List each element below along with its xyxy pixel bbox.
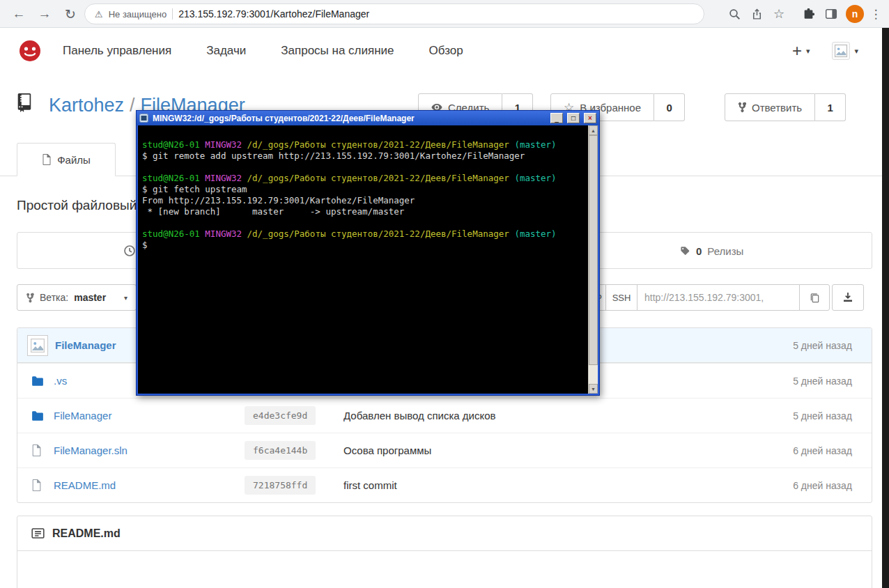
prompt-env: MINGW32 bbox=[205, 229, 242, 239]
url-text[interactable]: 213.155.192.79:3001/Kartohez/FileManager bbox=[178, 8, 369, 20]
commit-time: 5 дней назад bbox=[748, 410, 852, 421]
scrollbar-thumb[interactable] bbox=[589, 135, 598, 365]
terminal-blank-line bbox=[142, 217, 581, 229]
profile-initial: n bbox=[846, 5, 864, 23]
desktop-edge-strip bbox=[882, 28, 889, 588]
back-icon[interactable]: ← bbox=[7, 2, 31, 26]
terminal-minimize-button[interactable]: _ bbox=[550, 113, 563, 123]
terminal-window[interactable]: MINGW32:/d/_gogs/Работы студентов/2021-2… bbox=[136, 110, 600, 396]
nav-explore[interactable]: Обзор bbox=[429, 44, 463, 58]
file-link[interactable]: FileManager bbox=[54, 410, 233, 421]
browser-profile-avatar[interactable]: n bbox=[843, 0, 867, 28]
terminal-prompt-end: $ bbox=[142, 240, 581, 251]
file-icon bbox=[31, 479, 44, 491]
file-tab-icon bbox=[42, 154, 51, 165]
user-avatar[interactable] bbox=[832, 42, 850, 60]
clone-url-input[interactable] bbox=[637, 284, 800, 311]
terminal-body[interactable]: stud@N26-01 MINGW32 /d/_gogs/Работы студ… bbox=[137, 125, 599, 395]
prompt-user: stud@N26-01 bbox=[142, 229, 200, 239]
terminal-blank-line bbox=[142, 162, 581, 173]
commit-hash-cell: e4de3cfe9d bbox=[233, 406, 331, 425]
readme-list-icon bbox=[31, 527, 45, 540]
nav-pull-requests[interactable]: Запросы на слияние bbox=[281, 44, 394, 58]
repo-owner-link[interactable]: Kartohez bbox=[49, 95, 124, 116]
security-label[interactable]: Не защищено bbox=[109, 9, 167, 20]
commit-author-link[interactable]: FileManager bbox=[55, 339, 116, 351]
star-count[interactable]: 0 bbox=[654, 93, 685, 121]
prompt-branch: (master) bbox=[514, 173, 556, 183]
terminal-output: From http://213.155.192.79:3001/Kartohez… bbox=[142, 195, 581, 206]
terminal-prompt-line: stud@N26-01 MINGW32 /d/_gogs/Работы студ… bbox=[142, 229, 581, 240]
reload-icon[interactable]: ↻ bbox=[59, 2, 82, 26]
commit-hash[interactable]: e4de3cfe9d bbox=[245, 406, 316, 425]
terminal-maximize-button[interactable]: □ bbox=[567, 113, 580, 123]
tag-icon bbox=[679, 246, 690, 257]
extensions-puzzle-icon[interactable] bbox=[797, 0, 819, 28]
user-menu-caret-icon[interactable]: ▾ bbox=[854, 47, 858, 56]
download-button[interactable] bbox=[832, 284, 864, 311]
gogs-menu: Панель управления Задачи Запросы на слия… bbox=[63, 28, 463, 74]
releases-count: 0 bbox=[696, 245, 702, 257]
scroll-down-icon[interactable]: ▼ bbox=[589, 384, 598, 394]
terminal-command: $ git remote add upstream http://213.155… bbox=[142, 150, 581, 162]
commit-hash[interactable]: 7218758ffd bbox=[245, 476, 316, 495]
screen: ← → ↻ ⚠ Не защищено 213.155.192.79:3001/… bbox=[0, 0, 889, 588]
commit-message[interactable]: first commit bbox=[343, 479, 748, 491]
gogs-logo[interactable] bbox=[18, 39, 42, 63]
commit-hash-cell: f6ca4e144b bbox=[233, 441, 331, 460]
folder-icon bbox=[31, 376, 44, 387]
commit-time: 5 дней назад bbox=[748, 376, 852, 387]
commit-message[interactable]: Осова программы bbox=[343, 444, 748, 456]
bookmark-star-icon[interactable]: ☆ bbox=[768, 0, 790, 28]
download-icon bbox=[842, 292, 853, 303]
tab-files[interactable]: Файлы bbox=[17, 143, 116, 176]
nav-issues[interactable]: Задачи bbox=[206, 44, 246, 58]
commit-message[interactable]: Добавлен вывод списка дисков bbox=[343, 410, 748, 421]
prompt-path: /d/_gogs/Работы студентов/2021-22/Деев/F… bbox=[247, 173, 509, 183]
create-new-caret-icon[interactable]: ▾ bbox=[806, 47, 810, 56]
folder-icon bbox=[31, 410, 44, 421]
fork-button[interactable]: Ответвить bbox=[725, 93, 815, 121]
fork-button-group: Ответвить 1 bbox=[725, 93, 846, 121]
ssh-protocol-button[interactable]: SSH bbox=[605, 284, 637, 311]
terminal-scrollbar[interactable]: ▲ ▼ bbox=[588, 125, 598, 394]
browser-actions: ☆ n ⋮ bbox=[723, 0, 885, 28]
table-row: FileManager e4de3cfe9d Добавлен вывод сп… bbox=[17, 398, 872, 433]
fork-label: Ответвить bbox=[752, 102, 802, 114]
commit-hash[interactable]: f6ca4e144b bbox=[245, 441, 316, 460]
readme-header: README.md bbox=[17, 516, 872, 551]
readme-title: README.md bbox=[52, 527, 121, 540]
branch-label: Ветка: bbox=[40, 292, 68, 303]
side-panel-icon[interactable] bbox=[819, 0, 843, 28]
commits-stat[interactable] bbox=[123, 245, 136, 257]
terminal-titlebar[interactable]: MINGW32:/d/_gogs/Работы студентов/2021-2… bbox=[137, 111, 599, 125]
commit-time: 6 дней назад bbox=[748, 445, 852, 456]
releases-stat[interactable]: 0 Релизы bbox=[679, 233, 743, 270]
branch-name: master bbox=[74, 292, 106, 303]
file-icon bbox=[31, 444, 44, 456]
table-row: FileManager.sln f6ca4e144b Осова програм… bbox=[17, 433, 872, 467]
terminal-prompt-line: stud@N26-01 MINGW32 /d/_gogs/Работы студ… bbox=[142, 139, 581, 150]
file-link[interactable]: FileManager.sln bbox=[54, 444, 233, 456]
address-bar[interactable]: ⚠ Не защищено 213.155.192.79:3001/Kartoh… bbox=[84, 3, 704, 24]
history-icon bbox=[123, 245, 136, 257]
share-icon[interactable] bbox=[745, 0, 768, 28]
terminal-title-icon bbox=[139, 114, 148, 123]
fork-icon bbox=[738, 102, 746, 113]
nav-dashboard[interactable]: Панель управления bbox=[63, 44, 171, 58]
forward-icon[interactable]: → bbox=[33, 2, 56, 26]
fork-count[interactable]: 1 bbox=[815, 93, 846, 121]
terminal-close-button[interactable]: × bbox=[584, 113, 596, 123]
create-new-icon[interactable]: + bbox=[792, 41, 802, 61]
branch-icon bbox=[26, 293, 34, 303]
browser-menu-icon[interactable]: ⋮ bbox=[867, 0, 885, 28]
gogs-navbar-right: + ▾ ▾ bbox=[792, 28, 858, 74]
scroll-up-icon[interactable]: ▲ bbox=[589, 125, 598, 135]
zoom-icon[interactable] bbox=[723, 0, 745, 28]
terminal-title: MINGW32:/d/_gogs/Работы студентов/2021-2… bbox=[153, 114, 546, 123]
file-link[interactable]: README.md bbox=[54, 479, 233, 491]
prompt-env: MINGW32 bbox=[205, 139, 242, 150]
repo-book-icon bbox=[17, 92, 36, 116]
copy-url-button[interactable] bbox=[799, 284, 830, 311]
branch-selector[interactable]: Ветка: master ▾ bbox=[17, 284, 137, 311]
